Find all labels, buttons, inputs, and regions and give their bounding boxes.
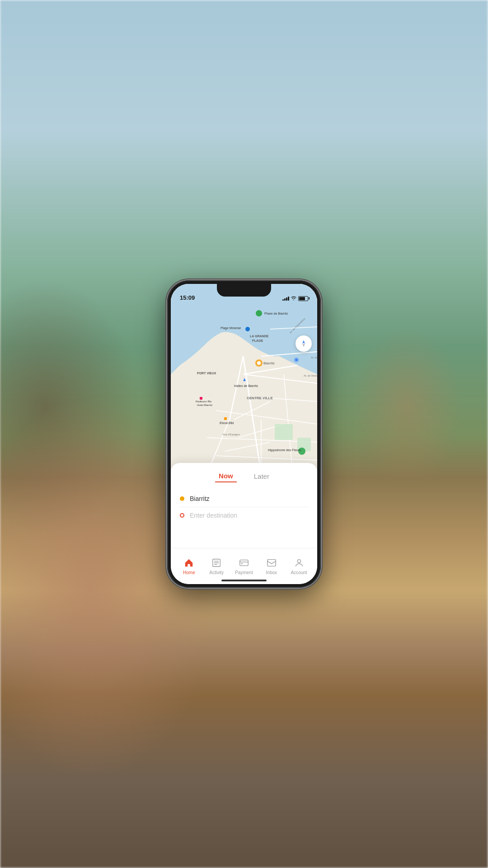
svg-point-54 [297, 560, 300, 563]
svg-rect-53 [267, 560, 276, 566]
svg-point-41 [295, 359, 298, 361]
nav-activity-label: Activity [209, 570, 224, 575]
time-tabs: Now Later [171, 463, 317, 487]
nav-inbox[interactable]: Inbox [259, 557, 284, 575]
destination-placeholder: Enter destination [190, 512, 237, 519]
svg-text:Av. de Verdun: Av. de Verdun [304, 374, 317, 377]
notch [217, 284, 271, 297]
svg-text:CENTRE VILLE: CENTRE VILLE [247, 396, 273, 400]
svg-point-19 [256, 310, 262, 316]
tab-now[interactable]: Now [215, 470, 237, 482]
wifi-icon [291, 296, 296, 301]
svg-point-26 [257, 361, 261, 365]
location-inputs: Biarritz Enter destination [171, 487, 317, 527]
svg-text:Halles de Biarritz: Halles de Biarritz [234, 384, 258, 387]
svg-text:LA GRANDE: LA GRANDE [250, 335, 269, 338]
svg-text:Av. Reine Victoria: Av. Reine Victoria [311, 356, 317, 359]
svg-text:Etxoa Bibi: Etxoa Bibi [220, 421, 234, 425]
svg-text:Biarritz: Biarritz [263, 361, 275, 365]
activity-icon [211, 557, 222, 568]
svg-text:Rue d'Espagne: Rue d'Espagne [223, 433, 239, 436]
svg-text:Phare de Biarritz: Phare de Biarritz [264, 312, 288, 315]
svg-point-21 [245, 327, 250, 331]
phone-screen: 15:09 [171, 284, 317, 584]
battery-icon [298, 296, 308, 301]
svg-text:Plage Miramar: Plage Miramar [221, 326, 241, 330]
nav-home-label: Home [183, 570, 195, 575]
bottom-nav: Home Activity [171, 548, 317, 584]
home-icon [183, 557, 194, 568]
account-icon [294, 557, 305, 568]
svg-rect-52 [241, 563, 243, 564]
phone-mockup: 15:09 [167, 280, 321, 588]
nav-account-label: Account [291, 570, 307, 575]
inbox-icon [266, 557, 277, 568]
status-time: 15:09 [180, 294, 195, 301]
nav-account[interactable]: Account [286, 557, 311, 575]
svg-text:PLAGE: PLAGE [252, 339, 263, 342]
map-container[interactable]: Phare de Biarritz Plage Miramar LA GRAND… [171, 284, 317, 474]
phone-frame: 15:09 [167, 280, 321, 588]
tab-later[interactable]: Later [250, 470, 273, 482]
nav-activity[interactable]: Activity [204, 557, 229, 575]
origin-row[interactable]: Biarritz [180, 491, 308, 507]
svg-rect-50 [240, 560, 248, 566]
signal-icon [282, 296, 289, 301]
origin-dot [180, 496, 184, 501]
status-icons [282, 296, 308, 301]
nav-payment[interactable]: Payment [231, 557, 256, 575]
nav-home[interactable]: Home [177, 557, 202, 575]
bottom-panel: Now Later Biarritz Enter destination [171, 463, 317, 584]
svg-rect-35 [224, 417, 227, 420]
destination-dot [180, 513, 184, 518]
payment-icon [239, 557, 249, 568]
svg-text:Radisson Blu: Radisson Blu [196, 400, 211, 403]
origin-label: Biarritz [190, 495, 210, 502]
svg-text:Hotel Biarritz: Hotel Biarritz [197, 404, 212, 406]
svg-rect-17 [275, 424, 293, 440]
compass-button[interactable] [296, 335, 312, 352]
nav-payment-label: Payment [235, 570, 253, 575]
home-indicator [221, 580, 267, 581]
nav-inbox-label: Inbox [266, 570, 277, 575]
destination-row[interactable]: Enter destination [180, 507, 308, 524]
svg-text:Hippodrome des Fleurs: Hippodrome des Fleurs [268, 448, 301, 452]
svg-rect-31 [200, 397, 202, 400]
svg-text:PORT VIEUX: PORT VIEUX [197, 372, 216, 375]
